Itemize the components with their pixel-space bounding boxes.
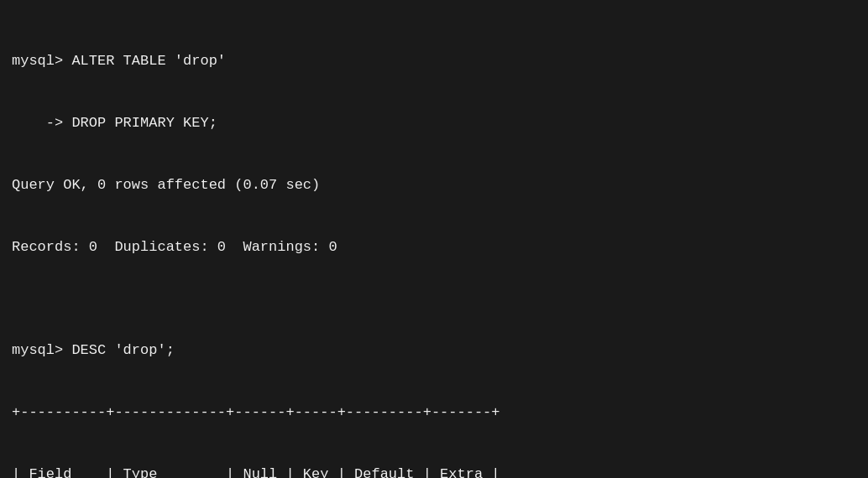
table-separator-1: +----------+-------------+------+-----+-… <box>12 403 856 423</box>
command-line-1: mysql> ALTER TABLE 'drop' <box>12 51 856 72</box>
result-line-1: Query OK, 0 rows affected (0.07 sec) <box>12 175 856 196</box>
command-line-3: mysql> DESC 'drop'; <box>12 340 856 361</box>
table-header: | Field | Type | Null | Key | Default | … <box>12 465 856 478</box>
result-line-2: Records: 0 Duplicates: 0 Warnings: 0 <box>12 237 856 258</box>
command-line-2: -> DROP PRIMARY KEY; <box>12 113 856 134</box>
terminal-window: mysql> ALTER TABLE 'drop' -> DROP PRIMAR… <box>12 10 856 478</box>
